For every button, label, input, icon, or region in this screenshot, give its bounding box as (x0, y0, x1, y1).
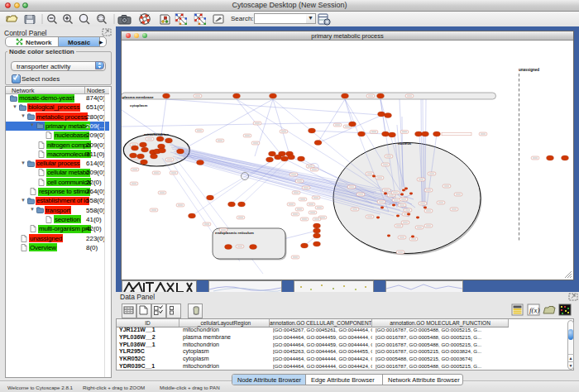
svg-text:endoplasmic reticulum: endoplasmic reticulum (215, 231, 254, 235)
svg-text:cytoplasm: cytoplasm (130, 103, 147, 108)
svg-text:unassigned: unassigned (519, 68, 539, 72)
svg-text:f(x): f(x) (529, 306, 540, 314)
svg-text:mitochondrion: mitochondrion (144, 132, 169, 136)
svg-text:plasma membrane: plasma membrane (122, 95, 154, 99)
svg-text:nucleus: nucleus (398, 141, 412, 146)
